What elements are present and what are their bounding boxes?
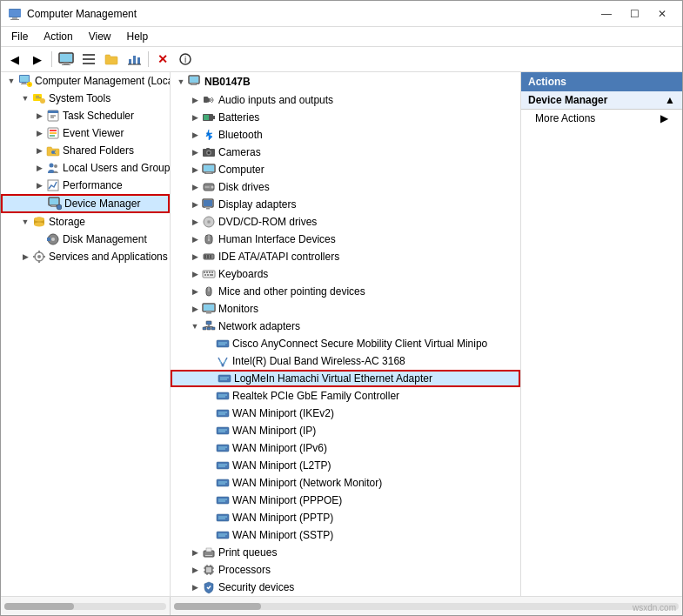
toolbar-delete[interactable]: ✕ <box>152 50 173 69</box>
left-scrollbar[interactable] <box>4 603 166 610</box>
mid-item-hamachi[interactable]: LogMeIn Hamachi Virtual Ethernet Adapter <box>171 370 520 387</box>
mid-item-network[interactable]: ▼ Network adapters <box>171 318 520 335</box>
mid-item-wan-pppoe[interactable]: WAN Miniport (PPPOE) <box>171 492 520 509</box>
toolbar-list[interactable] <box>78 50 99 69</box>
mid-item-wan-netmon[interactable]: WAN Miniport (Network Monitor) <box>171 474 520 492</box>
maximize-button[interactable]: ☐ <box>621 5 647 23</box>
expand-mid-print[interactable]: ▶ <box>188 546 202 559</box>
minimize-button[interactable]: — <box>593 5 619 23</box>
expand-mid-batteries[interactable]: ▶ <box>188 110 202 124</box>
close-button[interactable]: ✕ <box>649 5 675 23</box>
expand-root[interactable]: ▼ <box>4 74 18 88</box>
mid-item-wan-ikev2[interactable]: WAN Miniport (IKEv2) <box>171 405 520 422</box>
mid-item-wan-l2tp[interactable]: WAN Miniport (L2TP) <box>171 457 520 474</box>
tree-item-local-users[interactable]: ▶ Local Users and Groups <box>1 159 170 177</box>
mid-item-realtek[interactable]: Realtek PCIe GbE Family Controller <box>171 387 520 405</box>
tree-item-shared-folders[interactable]: ▶ Shared Folders <box>1 142 170 159</box>
menu-help[interactable]: Help <box>120 29 156 44</box>
tree-item-performance[interactable]: ▶ Performance <box>1 177 170 194</box>
expand-mid-disk[interactable]: ▶ <box>188 180 202 194</box>
toolbar-forward[interactable]: ▶ <box>27 50 48 69</box>
toolbar: ◀ ▶ <box>1 47 682 72</box>
expand-mid-security[interactable]: ▶ <box>188 580 202 594</box>
expand-mid-computer[interactable]: ▶ <box>188 163 202 177</box>
expand-mid-dvd[interactable]: ▶ <box>188 215 202 229</box>
mid-item-monitors[interactable]: ▶ Monitors <box>171 300 520 318</box>
menu-file[interactable]: File <box>4 29 35 44</box>
toolbar-computer[interactable] <box>56 50 77 69</box>
mid-item-security[interactable]: ▶ Security devices <box>171 579 520 596</box>
expand-local-users[interactable]: ▶ <box>32 161 46 175</box>
toolbar-folder[interactable] <box>101 50 122 69</box>
mid-item-audio[interactable]: ▶ Audio inputs and outputs <box>171 91 520 109</box>
mid-item-disk-drives[interactable]: ▶ Disk drives <box>171 178 520 196</box>
expand-mid-monitors[interactable]: ▶ <box>188 302 202 316</box>
mid-network-icon <box>202 319 216 333</box>
mid-item-wan-sstp[interactable]: WAN Miniport (SSTP) <box>171 526 520 544</box>
expand-mid-bluetooth[interactable]: ▶ <box>188 128 202 142</box>
mid-item-root[interactable]: ▼ NB0147B <box>171 72 520 91</box>
expand-task-scheduler[interactable]: ▶ <box>32 109 46 123</box>
svg-rect-67 <box>204 165 214 171</box>
tree-item-storage[interactable]: ▼ Storage <box>1 213 170 231</box>
expand-mid-display[interactable]: ▶ <box>188 198 202 211</box>
mid-label-bluetooth: Bluetooth <box>216 129 263 141</box>
middle-scrollbar[interactable] <box>174 603 679 610</box>
expand-device-manager[interactable] <box>34 197 48 211</box>
tree-item-disk-management[interactable]: Disk Management <box>1 231 170 248</box>
expand-performance[interactable]: ▶ <box>32 178 46 192</box>
tree-item-root[interactable]: ▼ Computer Management (Local <box>1 72 170 90</box>
svg-point-53 <box>37 255 41 258</box>
svg-rect-115 <box>217 392 229 399</box>
toolbar-chart[interactable] <box>124 50 144 69</box>
mid-item-print[interactable]: ▶ Print queues <box>171 544 520 561</box>
mid-item-dvd[interactable]: ▶ DVD/CD-ROM drives <box>171 213 520 231</box>
tree-item-device-manager[interactable]: Device Manager <box>1 194 170 213</box>
mid-item-wan-ip[interactable]: WAN Miniport (IP) <box>171 422 520 439</box>
mid-item-computer[interactable]: ▶ Computer <box>171 161 520 178</box>
actions-more-actions[interactable]: More Actions ▶ <box>521 110 682 127</box>
mid-display-icon <box>202 198 216 211</box>
expand-mid-keyboards[interactable]: ▶ <box>188 267 202 281</box>
expand-disk-management[interactable] <box>32 232 46 246</box>
mid-item-mice[interactable]: ▶ Mice and other pointing devices <box>171 283 520 300</box>
mid-item-bluetooth[interactable]: ▶ Bluetooth <box>171 126 520 144</box>
expand-mid-hid[interactable]: ▶ <box>188 232 202 246</box>
expand-mid-ide[interactable]: ▶ <box>188 250 202 264</box>
mid-item-wan-pptp[interactable]: WAN Miniport (PPTP) <box>171 509 520 526</box>
expand-mid-network[interactable]: ▼ <box>188 319 202 333</box>
expand-system-tools[interactable]: ▼ <box>18 91 32 105</box>
expand-mid-audio[interactable]: ▶ <box>188 93 202 107</box>
expand-mid-proc[interactable]: ▶ <box>188 563 202 577</box>
mid-label-wan-ikev2: WAN Miniport (IKEv2) <box>230 407 334 419</box>
mid-item-keyboards[interactable]: ▶ Keyboards <box>171 265 520 283</box>
tree-item-services[interactable]: ▶ Services and Applications <box>1 248 170 265</box>
toolbar-back[interactable]: ◀ <box>4 50 25 69</box>
expand-mid-cameras[interactable]: ▶ <box>188 145 202 159</box>
tree-item-task-scheduler[interactable]: ▶ Task Scheduler <box>1 107 170 124</box>
mid-ide-icon <box>202 250 216 264</box>
tree-item-event-viewer[interactable]: ▶ Event Viewer <box>1 124 170 142</box>
svg-rect-101 <box>206 321 211 325</box>
mid-item-wan-ipv6[interactable]: WAN Miniport (IPv6) <box>171 439 520 457</box>
expand-storage[interactable]: ▼ <box>18 215 32 229</box>
mid-item-display[interactable]: ▶ Display adapters <box>171 196 520 213</box>
toolbar-download[interactable]: i <box>175 50 196 69</box>
mid-item-cisco[interactable]: Cisco AnyConnect Secure Mobility Client … <box>171 335 520 352</box>
mid-item-intel-wifi[interactable]: Intel(R) Dual Band Wireless-AC 3168 <box>171 352 520 370</box>
expand-services[interactable]: ▶ <box>18 250 32 264</box>
mid-item-ide[interactable]: ▶ IDE ATA/ATAPI controllers <box>171 248 520 265</box>
menu-view[interactable]: View <box>82 29 118 44</box>
mid-label-dvd: DVD/CD-ROM drives <box>216 216 317 228</box>
expand-mid-root[interactable]: ▼ <box>174 75 188 89</box>
mid-item-batteries[interactable]: ▶ Batteries <box>171 109 520 126</box>
mid-item-hid[interactable]: ▶ Human Interface Devices <box>171 231 520 248</box>
tree-item-system-tools[interactable]: ▼ System Tools <box>1 90 170 107</box>
menu-action[interactable]: Action <box>37 29 79 44</box>
expand-shared-folders[interactable]: ▶ <box>32 144 46 157</box>
mid-item-processors[interactable]: ▶ Processors <box>171 561 520 579</box>
expand-mid-mice[interactable]: ▶ <box>188 285 202 298</box>
expand-event-viewer[interactable]: ▶ <box>32 126 46 140</box>
mid-item-cameras[interactable]: ▶ Cameras <box>171 144 520 161</box>
toolbar-sep2 <box>148 51 149 67</box>
